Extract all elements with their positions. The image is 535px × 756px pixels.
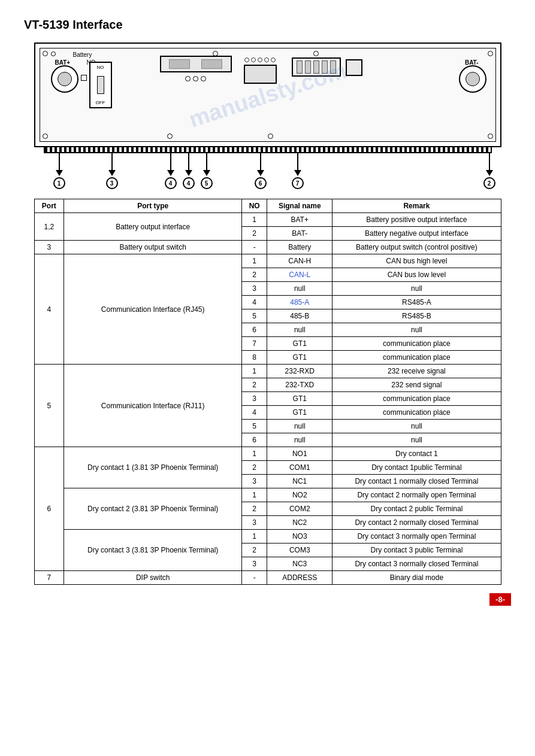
switch-block: NO OFF bbox=[89, 62, 112, 108]
no-cell: 4 bbox=[242, 406, 267, 420]
remark-cell: Binary dial mode bbox=[333, 571, 501, 585]
port-type-cell: Communication Interface (RJ11) bbox=[64, 365, 242, 447]
top-center-dot2 bbox=[313, 51, 319, 56]
signal-cell highlight-blue: 485-A bbox=[267, 296, 333, 309]
port-type-cell: Dry contact 2 (3.81 3P Phoenix Terminal) bbox=[64, 488, 242, 530]
no-cell: 1 bbox=[242, 530, 267, 544]
signal-cell: null bbox=[267, 433, 333, 447]
remark-cell: Dry contact 1 bbox=[333, 447, 501, 461]
port-cell: 6 bbox=[34, 447, 64, 571]
table-row: 5 Communication Interface (RJ11) 1 232-R… bbox=[34, 365, 501, 378]
remark-cell: CAN bus low level bbox=[333, 268, 501, 282]
bat-minus-terminal bbox=[459, 65, 486, 93]
signal-cell: NO1 bbox=[267, 447, 333, 461]
remark-cell: CAN bus high level bbox=[333, 254, 501, 268]
top-left-dot1 bbox=[51, 51, 56, 56]
remark-cell: Dry contact 1 normally closed Terminal bbox=[333, 475, 501, 488]
no-cell: - bbox=[242, 241, 267, 254]
no-cell: 3 bbox=[242, 282, 267, 296]
remark-cell: null bbox=[333, 420, 501, 433]
rj45-block bbox=[244, 57, 277, 84]
signal-cell: NC3 bbox=[267, 557, 333, 571]
small-connector-block bbox=[346, 59, 362, 76]
no-cell: 1 bbox=[242, 365, 267, 378]
small-dot-left bbox=[81, 75, 87, 81]
bottom-dot2 bbox=[268, 133, 273, 139]
no-cell: 8 bbox=[242, 351, 267, 365]
remark-cell: communication place bbox=[333, 337, 501, 351]
no-cell: 2 bbox=[242, 227, 267, 241]
arrow-2: 2 bbox=[483, 153, 495, 189]
table-row: Dry contact 3 (3.81 3P Phoenix Terminal)… bbox=[34, 530, 501, 544]
no-cell: 2 bbox=[242, 268, 267, 282]
remark-cell: Dry contact 3 public Terminal bbox=[333, 544, 501, 557]
no-cell: 3 bbox=[242, 516, 267, 530]
port-type-cell: Dry contact 1 (3.81 3P Phoenix Terminal) bbox=[64, 447, 242, 488]
remark-cell: Battery output switch (control positive) bbox=[333, 241, 501, 254]
remark-cell: null bbox=[333, 433, 501, 447]
remark-cell: Dry contact 2 normally closed Terminal bbox=[333, 516, 501, 530]
no-cell: 3 bbox=[242, 392, 267, 406]
signal-cell: NO2 bbox=[267, 488, 333, 502]
arrow-7: 7 bbox=[292, 153, 304, 189]
no-cell: 7 bbox=[242, 337, 267, 351]
no-cell: 1 bbox=[242, 488, 267, 502]
bat-plus-terminal bbox=[51, 65, 78, 93]
remark-cell: RS485-B bbox=[333, 309, 501, 323]
no-cell: 2 bbox=[242, 378, 267, 392]
table-row: 3 Battery output switch - Battery Batter… bbox=[34, 241, 501, 254]
interface-table: Port Port type NO Signal name Remark 1,2… bbox=[34, 199, 501, 585]
remark-cell: Dry contact 2 public Terminal bbox=[333, 502, 501, 516]
center-connectors bbox=[160, 56, 232, 81]
port-cell: 3 bbox=[34, 241, 64, 254]
port-cell: 5 bbox=[34, 365, 64, 447]
header-remark: Remark bbox=[333, 199, 501, 213]
page-number-box: -8- bbox=[489, 593, 511, 606]
bottom-dot1 bbox=[167, 133, 173, 139]
remark-cell: Dry contact 1public Terminal bbox=[333, 461, 501, 475]
port-cell: 4 bbox=[34, 254, 64, 365]
no-cell: 2 bbox=[242, 461, 267, 475]
signal-cell: NC1 bbox=[267, 475, 333, 488]
no-cell: 6 bbox=[242, 433, 267, 447]
signal-cell: BAT- bbox=[267, 227, 333, 241]
no-cell: 5 bbox=[242, 420, 267, 433]
remark-cell: communication place bbox=[333, 406, 501, 420]
corner-dot-br bbox=[488, 133, 493, 139]
header-port-type: Port type bbox=[64, 199, 242, 213]
signal-cell highlight-blue: CAN-L bbox=[267, 268, 333, 282]
no-cell: 5 bbox=[242, 309, 267, 323]
signal-cell: NC2 bbox=[267, 516, 333, 530]
table-row: 6 Dry contact 1 (3.81 3P Phoenix Termina… bbox=[34, 447, 501, 461]
page-title: VT-5139 Interface bbox=[24, 18, 511, 32]
table-header-row: Port Port type NO Signal name Remark bbox=[34, 199, 501, 213]
signal-cell: GT1 bbox=[267, 406, 333, 420]
port-type-cell: DIP switch bbox=[64, 571, 242, 585]
signal-cell: null bbox=[267, 282, 333, 296]
no-cell: 2 bbox=[242, 544, 267, 557]
arrows-row: 1 3 4 4 5 6 7 2 bbox=[34, 154, 501, 189]
no-cell: 6 bbox=[242, 323, 267, 337]
signal-cell: GT1 bbox=[267, 392, 333, 406]
remark-cell: 232 receive signal bbox=[333, 365, 501, 378]
no-cell: 1 bbox=[242, 254, 267, 268]
signal-cell: 232-TXD bbox=[267, 378, 333, 392]
port-type-cell: Dry contact 3 (3.81 3P Phoenix Terminal) bbox=[64, 530, 242, 571]
remark-cell: null bbox=[333, 323, 501, 337]
remark-cell: communication place bbox=[333, 392, 501, 406]
phoenix-terminals bbox=[292, 57, 341, 77]
signal-cell: COM2 bbox=[267, 502, 333, 516]
signal-cell: COM1 bbox=[267, 461, 333, 475]
page-footer: -8- bbox=[24, 593, 511, 606]
table-row: 7 DIP switch - ADDRESS Binary dial mode bbox=[34, 571, 501, 585]
corner-dot-bl bbox=[43, 133, 48, 139]
remark-cell: communication place bbox=[333, 351, 501, 365]
port-type-cell: Battery output interface bbox=[64, 213, 242, 241]
no-cell: 4 bbox=[242, 296, 267, 309]
port-cell: 7 bbox=[34, 571, 64, 585]
header-no: NO bbox=[242, 199, 267, 213]
device-inner-border: manualsty.com Battery BAT+ NO NO OFF bbox=[40, 48, 496, 142]
signal-cell: CAN-H bbox=[267, 254, 333, 268]
signal-cell: BAT+ bbox=[267, 213, 333, 227]
remark-cell: Battery positive output interface bbox=[333, 213, 501, 227]
